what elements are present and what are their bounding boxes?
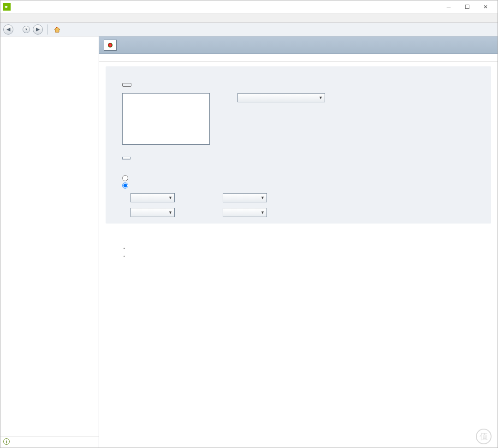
home-button[interactable] — [53, 25, 62, 34]
menu-file[interactable] — [2, 17, 8, 19]
main-pane: ▼ — [99, 36, 498, 448]
usecase-bullet-1 — [121, 245, 489, 253]
usecase-block — [107, 244, 489, 260]
radio-default-color[interactable] — [122, 175, 483, 181]
output-depth-combo[interactable]: ▼ — [223, 193, 267, 202]
maximize-button[interactable]: ☐ — [458, 1, 476, 12]
minimize-button[interactable]: ─ — [439, 1, 458, 12]
titlebar: ─ ☐ ✕ — [0, 0, 498, 13]
menu-desktop[interactable] — [15, 17, 21, 19]
chevron-down-icon: ▼ — [168, 210, 172, 215]
app-window: ─ ☐ ✕ ◀ ▾ ▶ i — [0, 0, 498, 448]
dynamic-range-combo[interactable]: ▼ — [223, 208, 267, 217]
page-icon — [104, 40, 117, 51]
menu-help[interactable] — [28, 17, 34, 19]
back-button[interactable]: ◀ — [3, 24, 13, 35]
hdmi-icon — [122, 83, 131, 87]
chevron-down-icon: ▼ — [319, 95, 323, 100]
custom-resolution-button[interactable] — [122, 157, 130, 159]
resolution-listbox[interactable] — [122, 93, 210, 145]
menu-edit[interactable] — [9, 17, 14, 19]
page-header — [99, 36, 498, 54]
svg-rect-0 — [56, 27, 57, 28]
output-format-combo[interactable]: ▼ — [130, 208, 175, 217]
chevron-down-icon: ▼ — [261, 210, 265, 215]
explain-block — [107, 231, 489, 232]
close-button[interactable]: ✕ — [476, 1, 495, 12]
chevron-down-icon: ▼ — [261, 195, 265, 200]
info-icon: i — [3, 438, 10, 445]
settings-panel: ▼ — [106, 66, 491, 224]
menubar — [0, 13, 498, 23]
back-dropdown-button[interactable]: ▾ — [23, 26, 30, 33]
nvidia-icon — [3, 3, 11, 11]
sidebar: i — [0, 36, 99, 448]
task-tree — [0, 39, 99, 41]
menu-display[interactable] — [22, 17, 27, 19]
page-description — [99, 54, 498, 62]
forward-button[interactable]: ▶ — [33, 24, 43, 35]
desktop-depth-combo[interactable]: ▼ — [130, 193, 175, 202]
usecase-bullet-2 — [121, 253, 489, 260]
chevron-down-icon: ▼ — [168, 195, 172, 200]
toolbar-divider — [47, 24, 48, 35]
refresh-combo[interactable]: ▼ — [237, 93, 325, 102]
toolbar: ◀ ▾ ▶ — [0, 23, 498, 36]
radio-nvidia-color[interactable] — [122, 183, 483, 189]
